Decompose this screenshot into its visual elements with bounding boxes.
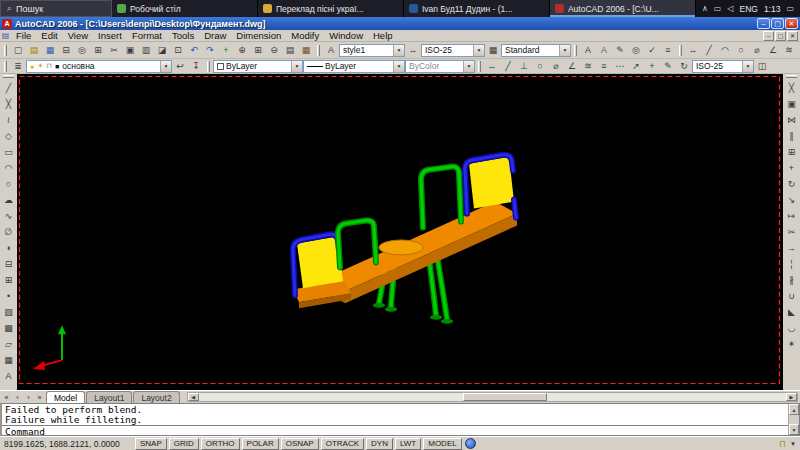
scroll-up-button[interactable]: ▲ — [789, 404, 799, 415]
doc-restore-button[interactable]: ▢ — [775, 31, 786, 41]
redo-icon[interactable]: ↷ — [202, 43, 218, 57]
match-properties-icon[interactable]: ◪ — [154, 43, 170, 57]
linetype-control-combo[interactable]: ByLayer ▼ — [303, 60, 405, 73]
rectangle-icon[interactable]: ▭ — [1, 144, 17, 160]
undo-icon[interactable]: ↶ — [186, 43, 202, 57]
close-button[interactable]: ✕ — [785, 18, 798, 29]
tab-layout2[interactable]: Layout2 — [133, 391, 179, 403]
join-icon[interactable]: ∪ — [784, 288, 800, 304]
grid-toggle[interactable]: GRID — [169, 438, 199, 450]
leader-icon[interactable]: ↗ — [628, 59, 644, 73]
scrollbar-track[interactable] — [199, 393, 786, 401]
lwt-toggle[interactable]: LWT — [395, 438, 421, 450]
pan-icon[interactable]: + — [218, 43, 234, 57]
minimize-button[interactable]: – — [757, 18, 770, 29]
menu-tools[interactable]: Tools — [167, 30, 199, 41]
dim-continue-icon[interactable]: ⋯ — [612, 59, 628, 73]
line-icon[interactable]: ╱ — [1, 80, 17, 96]
communication-center-icon[interactable] — [465, 438, 476, 449]
block-editor-icon[interactable]: ⊡ — [170, 43, 186, 57]
break-at-point-icon[interactable]: ¦ — [784, 256, 800, 272]
dim-update-icon[interactable]: ↻ — [676, 59, 692, 73]
toolbar-lock-icon[interactable]: ⊓ — [779, 439, 786, 449]
dim-radius2-icon[interactable]: ○ — [532, 59, 548, 73]
trim-icon[interactable]: ✂ — [784, 224, 800, 240]
chevron-down-icon[interactable]: ▼ — [291, 61, 302, 72]
taskbar-item-autocad[interactable]: AutoCAD 2006 - [C:\U... — [550, 0, 696, 17]
chevron-down-icon[interactable]: ▼ — [473, 45, 484, 56]
dim-diameter2-icon[interactable]: ⌀ — [548, 59, 564, 73]
tab-next-button[interactable]: › — [24, 394, 33, 401]
tray-volume-icon[interactable]: ◁ — [727, 4, 733, 13]
make-block-icon[interactable]: ⊞ — [1, 272, 17, 288]
doc-minimize-button[interactable]: – — [763, 31, 774, 41]
publish-icon[interactable]: ⊞ — [90, 43, 106, 57]
dim-linear2-icon[interactable]: ↔ — [484, 59, 500, 73]
command-scrollbar[interactable]: ▲ ▼ — [788, 404, 799, 435]
save-icon[interactable]: ▦ — [42, 43, 58, 57]
copy-icon[interactable]: ▣ — [784, 96, 800, 112]
fillet-icon[interactable]: ◡ — [784, 320, 800, 336]
taskbar-item-translation[interactable]: Переклад пісні украї... — [258, 0, 404, 17]
scroll-down-button[interactable]: ▼ — [789, 424, 799, 435]
mirror-icon[interactable]: ⋈ — [784, 112, 800, 128]
spline-icon[interactable]: ∿ — [1, 208, 17, 224]
mtext-draw-icon[interactable]: A — [1, 368, 17, 384]
dtext-icon[interactable]: A — [596, 43, 612, 57]
tab-model[interactable]: Model — [46, 391, 85, 403]
hatch-icon[interactable]: ▨ — [1, 304, 17, 320]
tab-prev-button[interactable]: ‹ — [13, 394, 22, 401]
dim-angular-icon[interactable]: ∠ — [765, 43, 781, 57]
osnap-toggle[interactable]: OSNAP — [281, 438, 319, 450]
tab-last-button[interactable]: » — [35, 394, 44, 401]
rotate-icon[interactable]: ↻ — [784, 176, 800, 192]
qnew-icon[interactable]: ▢ — [10, 43, 26, 57]
menu-window[interactable]: Window — [324, 30, 368, 41]
chamfer-icon[interactable]: ◣ — [784, 304, 800, 320]
make-object-layer-current-icon[interactable]: ↧ — [188, 59, 204, 73]
toolbar-grip[interactable] — [478, 61, 481, 72]
quick-dim2-icon[interactable]: ≋ — [580, 59, 596, 73]
tray-chevron-icon[interactable]: ∧ — [702, 4, 708, 13]
scale-icon[interactable]: ↘ — [784, 192, 800, 208]
scrollbar-thumb[interactable] — [463, 393, 547, 401]
maximize-button[interactable]: ▢ — [771, 18, 784, 29]
horizontal-scrollbar[interactable]: ◀ ▶ — [187, 392, 798, 402]
taskbar-item-desktop[interactable]: Робочий стіл — [112, 0, 258, 17]
layer-properties-manager-icon[interactable]: ≣ — [10, 59, 26, 73]
dim-arc-icon[interactable]: ◠ — [717, 43, 733, 57]
revcloud-icon[interactable]: ☁ — [1, 192, 17, 208]
dimstyle-control-combo[interactable]: ISO-25 ▼ — [692, 60, 754, 73]
center-mark-icon[interactable]: + — [644, 59, 660, 73]
tray-language[interactable]: ENG — [739, 4, 757, 14]
tray-clock[interactable]: 1:13 — [764, 4, 781, 14]
toolbar-grip[interactable] — [574, 45, 577, 56]
plot-icon[interactable]: ⊟ — [58, 43, 74, 57]
paste-icon[interactable]: ▥ — [138, 43, 154, 57]
dim-angular2-icon[interactable]: ∠ — [564, 59, 580, 73]
polyline-icon[interactable]: ≀ — [1, 112, 17, 128]
open-icon[interactable]: ▤ — [26, 43, 42, 57]
dim-style-combo[interactable]: ISO-25 ▼ — [421, 44, 485, 57]
seesaw-model[interactable] — [293, 155, 517, 324]
plot-preview-icon[interactable]: ◎ — [74, 43, 90, 57]
designcenter-icon[interactable]: ▦ — [298, 43, 314, 57]
tab-first-button[interactable]: « — [2, 394, 11, 401]
toolbar-grip[interactable] — [207, 61, 210, 72]
toolbar-grip[interactable] — [679, 45, 682, 56]
table-style-combo[interactable]: Standard ▼ — [501, 44, 571, 57]
statusbar-menu-arrow-icon[interactable]: ▼ — [790, 441, 796, 447]
zoom-window-icon[interactable]: ⊞ — [250, 43, 266, 57]
text-style-combo[interactable]: style1 ▼ — [339, 44, 405, 57]
tray-display-icon[interactable]: ▭ — [714, 4, 722, 13]
edit-text-icon[interactable]: ✎ — [612, 43, 628, 57]
gradient-icon[interactable]: ▩ — [1, 320, 17, 336]
polygon-icon[interactable]: ◇ — [1, 128, 17, 144]
properties-icon[interactable]: ▤ — [282, 43, 298, 57]
color-control-combo[interactable]: ByLayer ▼ — [213, 60, 303, 73]
dim-aligned2-icon[interactable]: ╱ — [500, 59, 516, 73]
dim-ordinate-icon[interactable]: ⊥ — [516, 59, 532, 73]
table-style-icon[interactable]: ▦ — [485, 43, 501, 57]
offset-icon[interactable]: ∥ — [784, 128, 800, 144]
command-prompt[interactable]: Command — [5, 426, 45, 436]
